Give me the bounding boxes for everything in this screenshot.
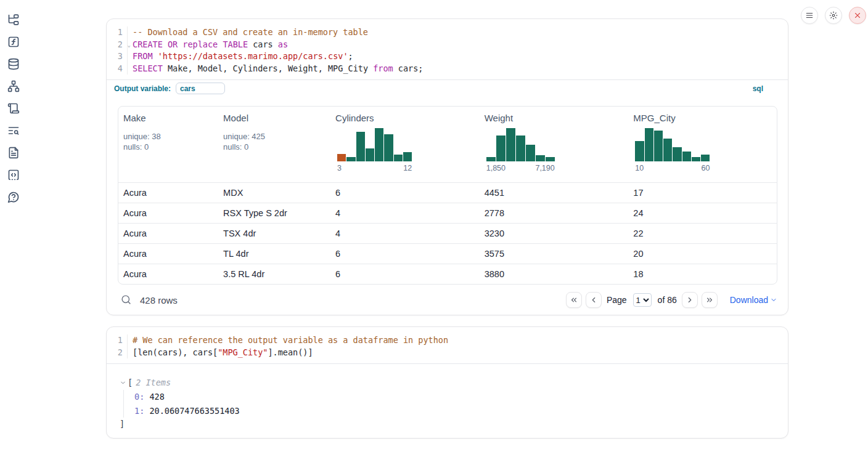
download-button[interactable]: Download <box>730 295 777 305</box>
code-line[interactable]: -- Download a CSV and create an in-memor… <box>128 26 788 39</box>
items-count-label: 2 Items <box>136 378 171 387</box>
table-body: AcuraMDX6445117AcuraRSX Type S 2dr427782… <box>118 182 777 284</box>
gear-icon <box>829 11 838 20</box>
table-cell: 4451 <box>480 188 629 198</box>
database-icon[interactable] <box>7 58 20 70</box>
table-cell: Acura <box>118 249 218 259</box>
python-code-editor[interactable]: 1# We can reference the output variable … <box>107 327 788 363</box>
table-row: Acura3.5 RL 4dr6388018 <box>118 264 777 284</box>
help-bubble-icon[interactable] <box>7 191 20 203</box>
histogram-axis: 312 <box>337 164 412 172</box>
code-token: 'https://datasets.marimo.app/cars.csv' <box>158 51 348 61</box>
column-histogram: 1,8507,190 <box>486 128 555 172</box>
code-token: cars <box>248 39 278 49</box>
output-variable-row: Output variable: sql <box>107 79 788 97</box>
fold-chevron-icon[interactable]: ⌄ <box>128 39 131 52</box>
sql-cell: 1-- Download a CSV and create an in-memo… <box>106 18 788 315</box>
file-tree-icon[interactable] <box>7 14 20 26</box>
scroll-icon[interactable] <box>7 102 20 115</box>
last-page-button[interactable] <box>702 292 718 308</box>
pagination: Page 1 of 86 Download <box>566 292 777 308</box>
shutdown-button[interactable] <box>849 7 866 24</box>
line-number: 1 <box>107 334 128 347</box>
table-cell: 18 <box>628 269 777 279</box>
column-header-MPG_City[interactable]: MPG_City1060 <box>628 107 777 182</box>
code-token: from <box>373 63 393 73</box>
tree-entry-value: 428 <box>144 392 165 402</box>
collapse-chevron-icon[interactable] <box>120 379 126 386</box>
close-bracket: ] <box>120 418 788 430</box>
histogram-axis: 1060 <box>635 164 710 172</box>
table-cell: 6 <box>330 188 480 198</box>
table-row: AcuraTL 4dr6357520 <box>118 243 777 264</box>
column-title: MPG_City <box>633 113 772 123</box>
code-line[interactable]: [len(cars), cars["MPG_City"].mean()] <box>128 347 788 359</box>
code-line[interactable]: CREATE OR replace TABLE cars as <box>128 39 788 51</box>
code-line[interactable]: SELECT Make, Model, Cylinders, Weight, M… <box>128 63 788 75</box>
code-line[interactable]: # We can reference the output variable a… <box>128 334 788 347</box>
column-histogram: 312 <box>337 128 412 172</box>
histogram-bar <box>654 131 663 161</box>
output-variable-input[interactable] <box>176 83 225 94</box>
page-label: Page <box>607 295 627 305</box>
table-cell: 4 <box>330 208 480 218</box>
table-cell: TL 4dr <box>218 249 330 259</box>
histogram-bar <box>645 128 653 161</box>
code-token: replace <box>182 39 218 49</box>
table-cell: RSX Type S 2dr <box>218 208 330 218</box>
code-token: TABLE <box>223 39 248 49</box>
code-token: CREATE <box>133 39 163 49</box>
row-count: 428 rows <box>140 295 178 305</box>
result-table: Makeunique: 38nulls: 0Modelunique: 425nu… <box>118 106 777 285</box>
menu-button[interactable] <box>801 7 818 24</box>
table-cell: 24 <box>628 208 777 218</box>
code-line[interactable]: FROM 'https://datasets.marimo.app/cars.c… <box>128 51 788 63</box>
sidebar <box>0 0 27 449</box>
settings-button[interactable] <box>825 7 842 24</box>
column-header-Make[interactable]: Makeunique: 38nulls: 0 <box>118 107 218 182</box>
column-title: Weight <box>485 113 624 123</box>
tree-entries: 0: 4281: 20.060747663551403 <box>123 390 788 418</box>
histogram-bar <box>663 139 672 161</box>
first-page-button[interactable] <box>566 292 582 308</box>
text-search-icon[interactable] <box>7 124 20 137</box>
table-cell: Acura <box>118 269 218 279</box>
function-square-icon[interactable] <box>7 36 20 48</box>
open-bracket: [ <box>128 378 133 387</box>
next-page-button[interactable] <box>682 292 698 308</box>
code-token: ].mean()] <box>268 347 313 357</box>
column-header-Model[interactable]: Modelunique: 425nulls: 0 <box>218 107 330 182</box>
code-token: SELECT <box>133 63 163 73</box>
line-number: 3 <box>107 51 128 63</box>
column-stats: unique: 38nulls: 0 <box>123 131 213 152</box>
histogram-bar <box>486 157 496 161</box>
table-cell: 3880 <box>480 269 629 279</box>
table-cell: TSX 4dr <box>218 229 330 238</box>
column-header-Cylinders[interactable]: Cylinders312 <box>330 107 480 182</box>
code-token <box>163 39 168 49</box>
histogram-bar <box>516 136 525 161</box>
prev-page-button[interactable] <box>586 292 602 308</box>
chevron-down-icon <box>770 296 777 304</box>
code-token: cars; <box>393 63 424 73</box>
close-x-icon <box>853 11 862 20</box>
histogram-bar <box>701 155 710 161</box>
histogram-bar <box>384 134 393 161</box>
column-header-Weight[interactable]: Weight1,8507,190 <box>480 107 629 182</box>
menu-icon <box>805 11 814 20</box>
code-snippet-icon[interactable] <box>7 169 20 181</box>
table-row: AcuraMDX6445117 <box>118 182 777 203</box>
histogram-bar <box>356 132 365 161</box>
dependency-graph-icon[interactable] <box>7 80 20 92</box>
histogram-bar <box>366 148 374 161</box>
histogram-bar <box>375 128 383 161</box>
download-label: Download <box>730 295 768 305</box>
chevrons-right-icon <box>705 296 714 304</box>
search-icon[interactable] <box>121 294 132 305</box>
code-token <box>153 51 158 61</box>
tree-root-row: [ 2 Items <box>120 376 788 389</box>
page-select[interactable]: 1 <box>633 293 652 307</box>
table-cell: 3575 <box>480 249 629 259</box>
sql-code-editor[interactable]: 1-- Download a CSV and create an in-memo… <box>107 19 788 79</box>
file-text-icon[interactable] <box>7 147 20 159</box>
